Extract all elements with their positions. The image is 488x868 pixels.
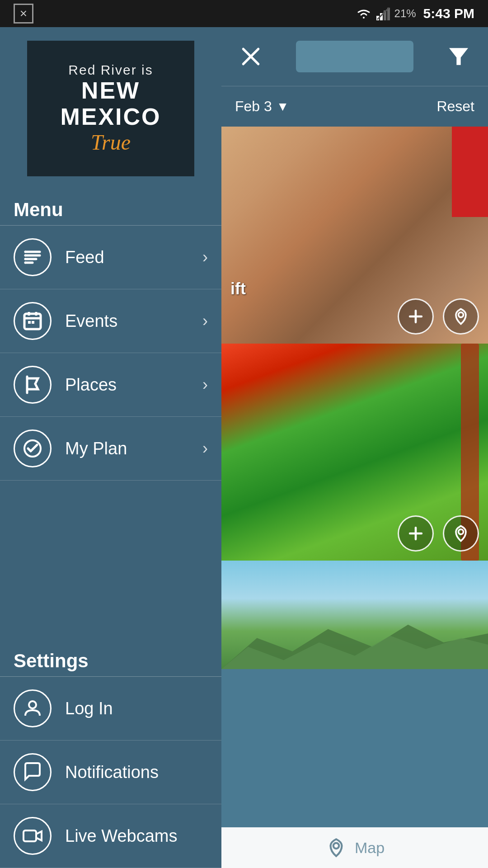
- location-icon: [451, 307, 471, 326]
- svg-point-21: [29, 701, 36, 708]
- sidebar-item-livewebcams[interactable]: Live Webcams: [0, 804, 221, 868]
- status-bar: × 21% 5:43 PM: [0, 0, 488, 27]
- status-bar-left: ×: [14, 4, 33, 24]
- logo-text-line1: Red River is: [68, 62, 153, 78]
- svg-point-28: [459, 312, 464, 317]
- feed-icon-circle: [14, 238, 52, 276]
- card-3: [221, 561, 488, 669]
- feed-chevron: ›: [202, 248, 208, 267]
- flag-icon: [22, 374, 43, 396]
- svg-rect-22: [23, 830, 36, 841]
- status-icons: 21%: [356, 7, 416, 20]
- svg-point-34: [333, 843, 339, 849]
- events-label: Events: [65, 311, 202, 331]
- sidebar-spacer: [0, 481, 221, 637]
- signal-icon: [376, 7, 390, 20]
- notifications-icon-circle: [14, 753, 52, 791]
- filter-button[interactable]: [443, 41, 474, 72]
- map-bar[interactable]: Map: [221, 827, 488, 868]
- svg-rect-18: [32, 321, 34, 324]
- date-bar: Feb 3 ▼ Reset: [221, 86, 488, 127]
- events-chevron: ›: [202, 311, 208, 330]
- date-dropdown-icon: ▼: [277, 99, 289, 114]
- calendar-icon: [22, 310, 43, 332]
- map-location-icon: [325, 836, 347, 859]
- status-time: 5:43 PM: [423, 6, 474, 21]
- sidebar-item-notifications[interactable]: Notifications: [0, 741, 221, 804]
- sidebar-item-feed[interactable]: Feed ›: [0, 226, 221, 289]
- reset-button[interactable]: Reset: [436, 98, 474, 115]
- plus-icon-2: [406, 524, 426, 543]
- myplan-icon-circle: [14, 429, 52, 467]
- plus-icon: [406, 307, 426, 326]
- map-bar-icon: [325, 836, 347, 859]
- notifications-label: Notifications: [65, 763, 208, 782]
- webcams-icon-circle: [14, 817, 52, 855]
- webcams-label: Live Webcams: [65, 826, 208, 846]
- filter-icon: [446, 44, 471, 69]
- svg-rect-17: [28, 321, 31, 324]
- card-2-location-button[interactable]: [443, 515, 479, 552]
- sidebar-item-events[interactable]: Events ›: [0, 289, 221, 353]
- svg-point-8: [24, 251, 27, 253]
- card-1-add-button[interactable]: [398, 298, 434, 335]
- card-2-add-button[interactable]: [398, 515, 434, 552]
- mountain-silhouette: [221, 616, 488, 669]
- logo-main: NEW MEXICO: [36, 78, 185, 129]
- card-3-image: [221, 561, 488, 669]
- card-1-location-button[interactable]: [443, 298, 479, 335]
- sidebar-item-login[interactable]: Log In: [0, 677, 221, 741]
- browser-close-button[interactable]: ×: [14, 4, 33, 24]
- sidebar: Red River is NEW MEXICO True Menu: [0, 27, 221, 868]
- map-bar-label: Map: [355, 839, 385, 857]
- svg-marker-25: [449, 48, 468, 65]
- places-label: Places: [65, 375, 202, 395]
- login-icon-circle: [14, 689, 52, 727]
- app-logo: Red River is NEW MEXICO True: [27, 41, 194, 176]
- battery-level: 21%: [394, 7, 416, 20]
- content-panel: Feb 3 ▼ Reset ift: [221, 27, 488, 868]
- list-icon: [22, 246, 43, 268]
- status-bar-right: 21% 5:43 PM: [356, 6, 474, 21]
- places-icon-circle: [14, 366, 52, 404]
- sidebar-item-myplan[interactable]: My Plan ›: [0, 417, 221, 481]
- search-box[interactable]: [296, 41, 413, 72]
- myplan-label: My Plan: [65, 439, 202, 458]
- svg-point-31: [459, 529, 464, 534]
- check-circle-icon: [22, 438, 43, 459]
- main-layout: Red River is NEW MEXICO True Menu: [0, 27, 488, 868]
- svg-point-9: [24, 255, 27, 257]
- chat-icon: [22, 761, 43, 783]
- content-header: [221, 27, 488, 86]
- card-1-actions: [398, 298, 479, 335]
- card-2-actions: [398, 515, 479, 552]
- login-label: Log In: [65, 699, 208, 718]
- places-chevron: ›: [202, 375, 208, 394]
- content-close-button[interactable]: [235, 41, 267, 72]
- close-icon: [239, 45, 262, 68]
- video-icon: [22, 825, 43, 847]
- feed-label: Feed: [65, 248, 202, 267]
- logo-true: True: [91, 130, 131, 155]
- date-selector[interactable]: Feb 3 ▼: [235, 98, 289, 115]
- card-1: ift: [221, 127, 488, 344]
- settings-section-title: Settings: [0, 637, 221, 676]
- events-icon-circle: [14, 302, 52, 340]
- location-icon-2: [451, 524, 471, 543]
- myplan-chevron: ›: [202, 439, 208, 458]
- date-label: Feb 3: [235, 98, 272, 115]
- sidebar-item-places[interactable]: Places ›: [0, 353, 221, 417]
- svg-point-10: [24, 258, 27, 260]
- card-1-overlay-text: ift: [230, 279, 246, 298]
- wifi-icon: [356, 7, 372, 20]
- user-icon: [22, 698, 43, 719]
- card-2: [221, 344, 488, 561]
- menu-section-title: Menu: [0, 185, 221, 225]
